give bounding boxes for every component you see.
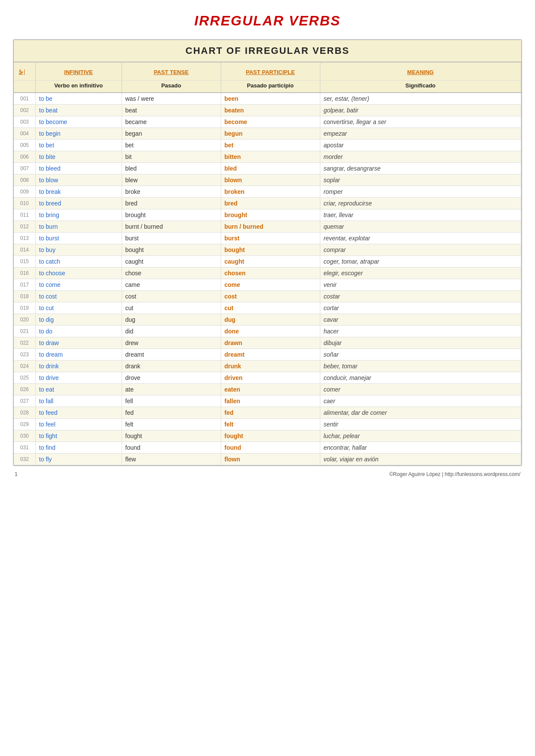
cell-past-participle: bred	[221, 198, 320, 209]
cell-meaning: dibujar	[320, 337, 521, 349]
cell-past-participle: fought	[221, 430, 320, 442]
table-row: 008to blowblewblownsoplar	[14, 174, 521, 186]
cell-past-participle: beaten	[221, 105, 320, 116]
footer-page-number: 1	[15, 471, 18, 477]
table-row: 031to findfoundfoundencontrar, hallar	[14, 442, 521, 454]
cell-infinitive: to begin	[35, 128, 122, 140]
cell-meaning: romper	[320, 186, 521, 198]
cell-past-participle: dug	[221, 314, 320, 326]
cell-num: 004	[14, 128, 35, 140]
cell-past-participle: bled	[221, 163, 320, 174]
table-row: 029to feelfeltfeltsentir	[14, 419, 521, 430]
table-row: 016to choosechosechosenelegir, escoger	[14, 268, 521, 279]
cell-infinitive: to bring	[35, 209, 122, 221]
cell-past-tense: dreamt	[122, 349, 221, 361]
cell-infinitive: to blow	[35, 174, 122, 186]
table-row: 002to beatbeatbeatengolpear, batir	[14, 105, 521, 116]
cell-past-tense: drew	[122, 337, 221, 349]
table-row: 022to drawdrewdrawndibujar	[14, 337, 521, 349]
cell-meaning: elegir, escoger	[320, 268, 521, 279]
table-row: 005to betbetbetapostar	[14, 140, 521, 151]
cell-meaning: cortar	[320, 302, 521, 314]
col-header-infinitive: INFINITIVE	[35, 62, 122, 81]
footer-copyright: ©Roger Aguirre López | http://funlessons…	[389, 471, 520, 477]
cell-past-tense: burst	[122, 233, 221, 244]
cell-past-tense: bought	[122, 244, 221, 256]
cell-past-participle: broken	[221, 186, 320, 198]
page-title: IRREGULAR VERBS	[13, 13, 522, 29]
cell-num: 010	[14, 198, 35, 209]
cell-meaning: cavar	[320, 314, 521, 326]
cell-past-tense: cost	[122, 291, 221, 302]
cell-past-participle: felt	[221, 419, 320, 430]
cell-past-participle: dreamt	[221, 349, 320, 361]
cell-num: 015	[14, 256, 35, 268]
cell-meaning: apostar	[320, 140, 521, 151]
cell-num: 020	[14, 314, 35, 326]
cell-past-tense: became	[122, 116, 221, 128]
cell-infinitive: to drink	[35, 361, 122, 372]
cell-num: 023	[14, 349, 35, 361]
cell-meaning: sangrar, desangrarse	[320, 163, 521, 174]
table-row: 004to beginbeganbegunempezar	[14, 128, 521, 140]
cell-past-participle: come	[221, 279, 320, 291]
table-container: CHART OF IRREGULAR VERBS Nº INFINITIVE P…	[13, 39, 522, 466]
cell-infinitive: to bite	[35, 151, 122, 163]
table-row: 007to bleedbledbledsangrar, desangrarse	[14, 163, 521, 174]
cell-infinitive: to eat	[35, 384, 122, 395]
cell-past-participle: drawn	[221, 337, 320, 349]
cell-meaning: soñar	[320, 349, 521, 361]
table-row: 023to dreamdreamtdreamtsoñar	[14, 349, 521, 361]
cell-meaning: reventar, explotar	[320, 233, 521, 244]
cell-meaning: morder	[320, 151, 521, 163]
table-header-row-1: Nº INFINITIVE PAST TENSE PAST PARTICIPLE…	[14, 62, 521, 81]
cell-num: 021	[14, 326, 35, 337]
cell-num: 014	[14, 244, 35, 256]
cell-meaning: coger, tomar, atrapar	[320, 256, 521, 268]
cell-num: 029	[14, 419, 35, 430]
cell-past-tense: brought	[122, 209, 221, 221]
cell-meaning: sentir	[320, 419, 521, 430]
cell-past-tense: was / were	[122, 93, 221, 105]
cell-past-tense: began	[122, 128, 221, 140]
cell-past-tense: found	[122, 442, 221, 454]
cell-meaning: luchar, pelear	[320, 430, 521, 442]
cell-num: 011	[14, 209, 35, 221]
cell-meaning: beber, tomar	[320, 361, 521, 372]
cell-past-tense: came	[122, 279, 221, 291]
cell-infinitive: to become	[35, 116, 122, 128]
cell-num: 019	[14, 302, 35, 314]
col-header-past-participle: PAST PARTICIPLE	[221, 62, 320, 81]
cell-past-participle: driven	[221, 372, 320, 384]
cell-num: 003	[14, 116, 35, 128]
col-header-past-tense: PAST TENSE	[122, 62, 221, 81]
cell-infinitive: to drive	[35, 372, 122, 384]
col-header-meaning: MEANING	[320, 62, 521, 81]
table-row: 013to burstburstburstreventar, explotar	[14, 233, 521, 244]
cell-past-tense: cut	[122, 302, 221, 314]
cell-past-participle: done	[221, 326, 320, 337]
cell-past-tense: blew	[122, 174, 221, 186]
cell-past-tense: drank	[122, 361, 221, 372]
cell-meaning: criar, reproducirse	[320, 198, 521, 209]
col-subheader-meaning: Significado	[320, 81, 521, 93]
cell-past-tense: chose	[122, 268, 221, 279]
cell-past-tense: drove	[122, 372, 221, 384]
cell-infinitive: to find	[35, 442, 122, 454]
cell-infinitive: to breed	[35, 198, 122, 209]
cell-infinitive: to cost	[35, 291, 122, 302]
table-row: 009to breakbrokebrokenromper	[14, 186, 521, 198]
table-row: 032to flyflewflownvolar, viajar en avión	[14, 454, 521, 465]
cell-past-participle: caught	[221, 256, 320, 268]
cell-past-participle: bet	[221, 140, 320, 151]
cell-meaning: encontrar, hallar	[320, 442, 521, 454]
cell-infinitive: to cut	[35, 302, 122, 314]
cell-meaning: costar	[320, 291, 521, 302]
cell-meaning: traer, llevar	[320, 209, 521, 221]
cell-num: 022	[14, 337, 35, 349]
cell-past-tense: bred	[122, 198, 221, 209]
table-row: 003to becomebecamebecomeconvertirse, lle…	[14, 116, 521, 128]
cell-num: 018	[14, 291, 35, 302]
cell-meaning: quemar	[320, 221, 521, 233]
cell-meaning: soplar	[320, 174, 521, 186]
